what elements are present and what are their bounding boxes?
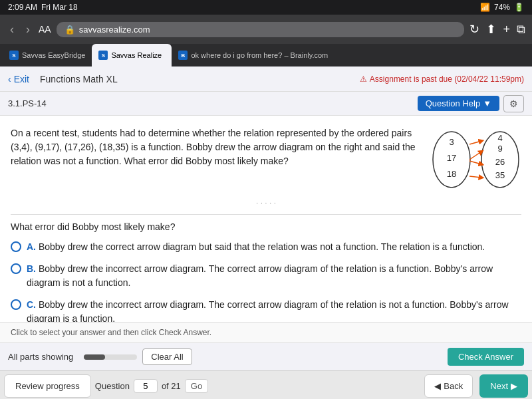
radio-b[interactable]	[11, 263, 21, 274]
progress-bar-container	[84, 354, 137, 360]
parts-label: All parts showing	[8, 352, 73, 362]
question-id: 3.1.PS-14	[8, 98, 47, 108]
svg-line-9	[469, 141, 481, 144]
status-left: 2:09 AM Fri Mar 18	[8, 3, 78, 12]
choice-c-letter: C.	[27, 299, 36, 310]
radio-a[interactable]	[11, 241, 21, 252]
question-text: On a recent test, students had to determ…	[11, 126, 418, 168]
reader-mode-button[interactable]: AA	[39, 24, 51, 35]
choice-b-letter: B.	[27, 263, 36, 274]
question-help-button[interactable]: Question Help ▼	[418, 96, 499, 111]
forward-nav-button[interactable]: ›	[23, 21, 33, 38]
status-right: 📶 74% 🔋	[480, 3, 524, 12]
sub-question: What error did Bobby most likely make?	[11, 221, 521, 232]
svg-text:9: 9	[497, 144, 502, 154]
back-arrow-icon: ‹	[8, 74, 11, 84]
new-tab-button[interactable]: +	[503, 23, 510, 37]
svg-line-12	[469, 176, 481, 178]
nav-bar: Review progress Question of 21 Go ◀ Back…	[0, 370, 532, 399]
question-help-label: Question Help	[426, 98, 480, 108]
url-display: savvasrealize.com	[79, 25, 150, 35]
browser-actions: ↻ ⬆ + ⧉	[469, 22, 525, 37]
tab-brainly[interactable]: B ok where do i go from here? – Brainly.…	[172, 44, 334, 66]
tab-favicon-easybridge: S	[9, 51, 19, 60]
question-nav-label: Question	[95, 381, 130, 391]
choice-b[interactable]: B. Bobby drew the incorrect arrow diagra…	[11, 262, 521, 290]
instructions-text: Click to select your answer and then cli…	[11, 328, 211, 337]
tabs-button[interactable]: ⧉	[517, 23, 525, 37]
svg-text:4: 4	[497, 133, 502, 143]
choice-c[interactable]: C. Bobby drew the incorrect arrow diagra…	[11, 298, 521, 322]
back-button[interactable]: ◀ Back	[424, 374, 473, 398]
tab-label-brainly: ok where do i go from here? – Brainly.co…	[191, 51, 328, 59]
svg-text:26: 26	[495, 157, 505, 167]
progress-bar-fill	[84, 354, 105, 360]
question-body: On a recent test, students had to determ…	[11, 126, 418, 168]
battery-icon: 🔋	[514, 3, 524, 12]
next-button[interactable]: Next ▶	[479, 374, 528, 398]
address-bar[interactable]: 🔒 savvasrealize.com	[57, 22, 465, 37]
tab-favicon-realize: S	[98, 51, 108, 60]
choice-c-label: C. Bobby drew the incorrect arrow diagra…	[27, 298, 521, 322]
browser-chrome: ‹ › AA 🔒 savvasrealize.com ↻ ⬆ + ⧉	[0, 15, 532, 44]
warning-text: Assignment is past due (02/04/22 11:59pm…	[370, 74, 524, 84]
time-display: 2:09 AM	[8, 3, 37, 12]
radio-c[interactable]	[11, 299, 21, 310]
app-header: ‹ Exit Functions Math XL ⚠ Assignment is…	[0, 66, 532, 92]
date-display: Fri Mar 18	[41, 3, 78, 12]
choice-a-letter: A.	[27, 241, 36, 252]
back-label: Back	[444, 381, 463, 391]
battery-display: 74%	[494, 3, 510, 12]
svg-text:35: 35	[495, 170, 505, 180]
tab-label-easybridge: Savvas EasyBridge	[22, 51, 85, 59]
tabs-bar: S Savvas EasyBridge S Savvas Realize B o…	[0, 44, 532, 66]
svg-text:3: 3	[449, 137, 454, 147]
choice-a[interactable]: A. Bobby drew the correct arrow diagram …	[11, 240, 521, 254]
back-nav-button[interactable]: ‹	[7, 21, 17, 38]
nav-spacer	[208, 371, 422, 399]
question-with-diagram: On a recent test, students had to determ…	[11, 126, 521, 196]
app-title: Functions Math XL	[40, 74, 118, 84]
share-button[interactable]: ⬆	[486, 22, 496, 37]
check-answer-button[interactable]: Check Answer	[448, 348, 524, 366]
answer-section: What error did Bobby most likely make? A…	[11, 221, 521, 322]
svg-line-10	[469, 152, 481, 160]
svg-text:18: 18	[447, 169, 456, 179]
question-number-input[interactable]	[134, 379, 158, 393]
tab-realize[interactable]: S Savvas Realize	[92, 44, 172, 66]
choice-a-label: A. Bobby drew the correct arrow diagram …	[27, 240, 485, 254]
exit-button[interactable]: ‹ Exit	[8, 74, 29, 84]
refresh-button[interactable]: ↻	[469, 22, 479, 37]
tab-favicon-brainly: B	[178, 51, 188, 60]
wifi-icon: 📶	[480, 3, 490, 12]
tab-easybridge[interactable]: S Savvas EasyBridge	[3, 44, 92, 66]
lock-icon: 🔒	[65, 25, 75, 35]
svg-text:17: 17	[447, 153, 456, 163]
status-bar: 2:09 AM Fri Mar 18 📶 74% 🔋	[0, 0, 532, 15]
choice-b-label: B. Bobby drew the incorrect arrow diagra…	[27, 262, 521, 290]
exit-label: Exit	[14, 74, 29, 84]
choice-c-text: Bobby drew the incorrect arrow diagram. …	[27, 299, 509, 322]
question-nav: Question of 21 Go	[95, 374, 208, 398]
gear-button[interactable]: ⚙	[503, 95, 524, 112]
bottom-instructions: Click to select your answer and then cli…	[0, 322, 532, 342]
help-dropdown-icon: ▼	[483, 98, 491, 108]
tab-label-realize: Savvas Realize	[111, 51, 162, 59]
svg-line-11	[469, 161, 481, 164]
clear-all-button[interactable]: Clear All	[142, 348, 192, 365]
of-label: of 21	[162, 381, 181, 391]
warning-icon: ⚠	[360, 74, 367, 84]
arrow-diagram: 3 17 18 4 9 26 35	[428, 126, 521, 196]
go-button[interactable]: Go	[185, 379, 208, 393]
choice-b-text: Bobby drew the incorrect arrow diagram. …	[27, 263, 493, 288]
question-header: 3.1.PS-14 Question Help ▼ ⚙	[0, 92, 532, 116]
divider	[11, 214, 521, 215]
review-progress-button[interactable]: Review progress	[4, 374, 91, 398]
gear-icon: ⚙	[509, 98, 518, 109]
assignment-warning: ⚠ Assignment is past due (02/04/22 11:59…	[360, 74, 524, 84]
main-content: On a recent test, students had to determ…	[0, 116, 532, 322]
choice-a-text: Bobby drew the correct arrow diagram but…	[39, 241, 485, 252]
back-arrow-icon: ◀	[434, 381, 441, 391]
action-bar: All parts showing Clear All Check Answer	[0, 342, 532, 370]
diagram-svg: 3 17 18 4 9 26 35	[428, 126, 521, 193]
